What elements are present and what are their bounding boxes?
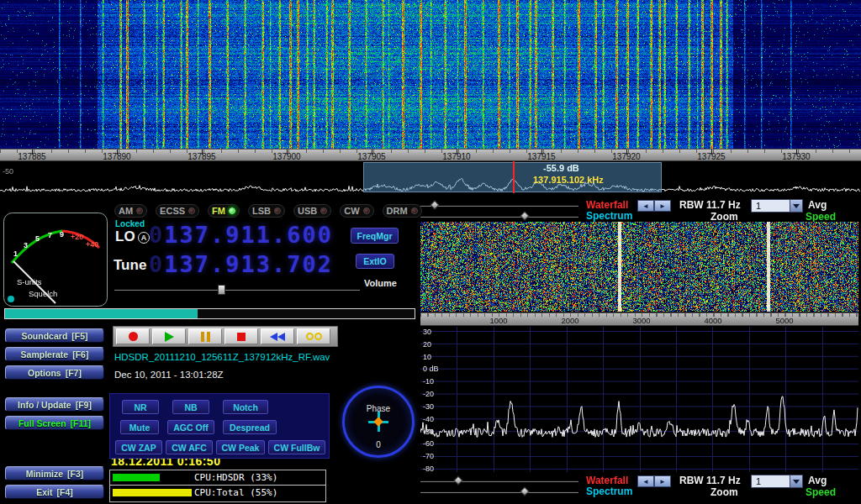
mute-button[interactable]: Mute <box>120 420 159 434</box>
avg-select-top[interactable]: 1 <box>751 199 803 213</box>
button-hotkey: [F7] <box>66 368 82 378</box>
mode-drm-button[interactable]: DRM <box>383 204 422 218</box>
lo-digits: 137.911.600 <box>164 222 333 248</box>
mode-led <box>320 207 327 214</box>
waterfall-tab-bottom[interactable]: Waterfall <box>586 475 628 486</box>
zoom-out-button[interactable]: ◄ <box>637 200 654 212</box>
speed-label-top: Speed <box>806 211 836 223</box>
spectrum-adjust-slider-bottom[interactable] <box>420 487 578 496</box>
spectrum-tab-bottom[interactable]: Spectrum <box>586 486 632 497</box>
samplerate-button[interactable]: Samplerate [F6] <box>5 347 104 361</box>
db-tick-label: 10 <box>423 353 431 361</box>
spectrum-adjust-slider-top[interactable] <box>420 212 578 221</box>
extio-button[interactable]: ExtIO <box>356 254 394 269</box>
freqmgr-button[interactable]: FreqMgr <box>351 228 399 244</box>
slider-track <box>114 289 360 291</box>
button-label: Exit <box>36 487 52 497</box>
rf-waterfall-display[interactable] <box>420 222 858 312</box>
loop-button[interactable] <box>297 328 330 344</box>
button-label: Info / Update <box>18 400 71 410</box>
mode-label: AM <box>119 206 133 216</box>
mode-cw-button[interactable]: CW <box>340 204 373 218</box>
zoom-label-top: Zoom <box>710 211 738 223</box>
zoom-in-button[interactable]: ► <box>654 475 671 487</box>
s-meter-tick: 5 <box>35 234 40 243</box>
minimize-button[interactable]: Minimize [F3] <box>5 466 104 480</box>
slider-track <box>420 216 578 218</box>
lo-frequency-display[interactable]: 0137.911.600 <box>149 222 333 248</box>
exit-button[interactable]: Exit [F4] <box>5 485 104 499</box>
slider-knob[interactable] <box>430 200 439 209</box>
volume-slider[interactable] <box>114 285 360 295</box>
cw-peak-button[interactable]: CW Peak <box>216 440 265 454</box>
mode-ecss-button[interactable]: ECSS <box>156 204 199 218</box>
info-update-button[interactable]: Info / Update [F9] <box>5 397 104 412</box>
cw-zap-button[interactable]: CW ZAP <box>115 440 162 454</box>
nb-button[interactable]: NB <box>172 400 209 414</box>
slider-knob[interactable] <box>453 475 462 485</box>
button-label: Options <box>28 368 61 378</box>
squelch-thumb[interactable] <box>8 296 14 302</box>
spectrum-tab-top[interactable]: Spectrum <box>586 210 632 222</box>
cw-fullbw-button[interactable]: CW FullBw <box>268 440 325 454</box>
hdsdr-window: 137885 137890 137895 137900 137905 13791… <box>0 0 861 504</box>
cw-afc-button[interactable]: CW AFC <box>166 440 213 454</box>
rf-spectrum-display[interactable] <box>420 327 858 472</box>
cpu-hdsdr-label: CPU:HDSDR (33%) <box>194 472 277 483</box>
button-hotkey: [F6] <box>72 349 88 360</box>
mode-am-button[interactable]: AM <box>114 204 147 218</box>
freq-tick-label: 137915 <box>523 152 560 161</box>
rewind-button[interactable] <box>261 328 294 344</box>
mode-lsb-button[interactable]: LSB <box>248 204 285 218</box>
mode-selector: AM ECSS FM LSB USB CW DRM <box>114 202 414 219</box>
waterfall-adjust-slider-bottom[interactable] <box>420 476 578 486</box>
pause-button[interactable] <box>188 328 222 344</box>
avg-select-bottom[interactable]: 1 <box>751 475 803 488</box>
waterfall-tab-top[interactable]: Waterfall <box>586 199 628 211</box>
nr-button[interactable]: NR <box>122 400 159 414</box>
button-label: Soundcard <box>21 331 67 341</box>
freq-tick-label: 137905 <box>353 152 390 161</box>
volume-knob[interactable] <box>218 285 225 295</box>
zoom-arrows-bottom: ◄ ► <box>637 475 671 487</box>
phase-scope[interactable]: Phase 0 <box>342 386 415 458</box>
dropdown-arrow-icon[interactable] <box>790 200 802 212</box>
playback-position-fill <box>5 309 198 318</box>
agc-button[interactable]: AGC Off <box>167 420 214 434</box>
play-button[interactable] <box>152 328 186 344</box>
main-waterfall-display[interactable] <box>0 0 861 149</box>
mode-fm-button[interactable]: FM <box>208 204 240 218</box>
soundcard-button[interactable]: Soundcard [F5] <box>5 328 104 343</box>
lo-lock-badge[interactable]: A <box>138 232 150 244</box>
zoom-in-button[interactable]: ► <box>654 200 671 212</box>
despread-button[interactable]: Despread <box>223 420 277 434</box>
mode-led <box>363 207 370 214</box>
avg-select-value: 1 <box>752 475 790 487</box>
fullscreen-button[interactable]: Full Screen [F11] <box>5 416 104 430</box>
zoom-out-button[interactable]: ◄ <box>637 475 654 487</box>
hz-scale[interactable]: 1000 2000 3000 4000 5000 <box>420 312 858 326</box>
record-button[interactable] <box>116 328 150 344</box>
mode-usb-button[interactable]: USB <box>293 204 331 218</box>
freq-tick-label: 137930 <box>778 152 815 161</box>
cpu-total-fill <box>113 489 192 496</box>
mode-label: ECSS <box>160 206 185 216</box>
slider-knob[interactable] <box>520 211 529 220</box>
slider-knob[interactable] <box>520 486 529 496</box>
rbw-label-top: RBW 11.7 Hz <box>679 199 741 211</box>
options-button[interactable]: Options [F7] <box>5 365 104 380</box>
dropdown-arrow-icon[interactable] <box>790 475 802 487</box>
freq-tick-label: 137890 <box>98 152 135 161</box>
stop-button[interactable] <box>224 328 258 344</box>
s-meter-tick: 7 <box>48 231 52 239</box>
tune-frequency-display[interactable]: 0137.913.702 <box>149 251 333 277</box>
playback-position-bar[interactable] <box>4 308 415 319</box>
frequency-scale[interactable]: 137885 137890 137895 137900 137905 13791… <box>0 149 861 161</box>
db-tick-label: 30 <box>423 328 431 336</box>
phase-value: 0 <box>345 440 412 449</box>
freq-tick-label: 137920 <box>608 152 645 161</box>
notch-button[interactable]: Notch <box>223 400 268 414</box>
overview-spectrum[interactable]: -50 -55.9 dB 137.915.102 kHz <box>0 161 861 197</box>
waterfall-adjust-slider-top[interactable] <box>420 201 578 210</box>
button-hotkey: [F5] <box>71 331 87 341</box>
